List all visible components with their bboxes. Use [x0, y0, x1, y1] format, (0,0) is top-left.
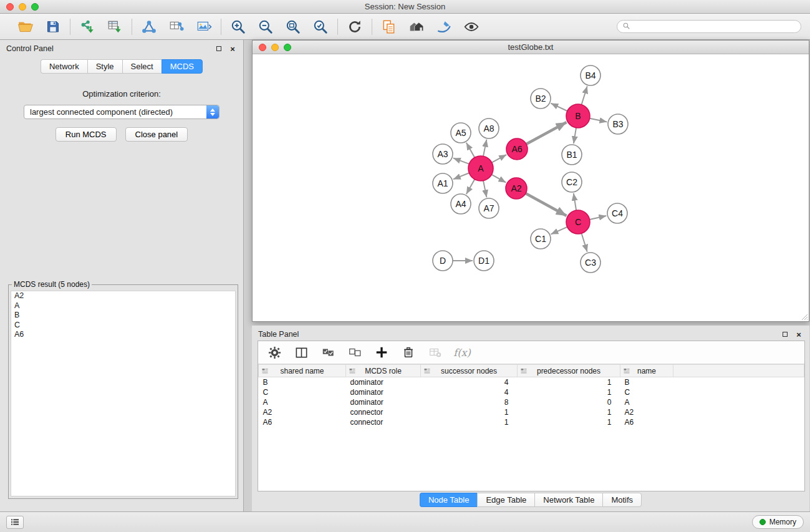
tab-network[interactable]: Network — [41, 59, 87, 74]
eye-icon[interactable] — [463, 18, 480, 36]
network-close-light-icon[interactable] — [259, 44, 266, 51]
table-cell[interactable]: 4 — [421, 387, 518, 397]
table-cell[interactable]: 8 — [421, 397, 518, 407]
tab-motifs[interactable]: Motifs — [602, 493, 642, 507]
node-B4[interactable]: B4 — [581, 65, 600, 85]
network-minimize-light-icon[interactable] — [271, 44, 279, 51]
trash-icon[interactable] — [401, 345, 416, 360]
network-canvas-svg[interactable]: B4B2BB3A5A8A6B1A3AC2A1A2A4A7C4CC1C3DD1 — [253, 54, 809, 321]
table-cell[interactable]: A6 — [620, 417, 673, 427]
node-B2[interactable]: B2 — [531, 89, 551, 109]
table-cell[interactable]: 1 — [421, 417, 518, 427]
node-C3[interactable]: C3 — [581, 253, 600, 273]
table-cell[interactable]: 4 — [421, 377, 518, 387]
open-folder-icon[interactable] — [17, 18, 34, 36]
table-row[interactable]: A6connector11A6 — [259, 417, 804, 427]
network-canvas[interactable]: B4B2BB3A5A8A6B1A3AC2A1A2A4A7C4CC1C3DD1 — [253, 54, 809, 321]
table-row[interactable]: A2connector11A2 — [259, 407, 804, 417]
zoom-selected-icon[interactable] — [312, 18, 329, 36]
table-cell[interactable]: A6 — [259, 417, 346, 427]
edge-A-A4[interactable] — [466, 179, 475, 194]
float-panel-icon[interactable] — [215, 44, 223, 53]
zoom-traffic-light-icon[interactable] — [31, 3, 39, 11]
zoom-out-icon[interactable] — [257, 18, 274, 36]
edge-A-A6[interactable] — [492, 155, 507, 163]
edge-C-C2[interactable] — [574, 193, 576, 210]
edge-C-C3[interactable] — [582, 233, 587, 252]
deselect-all-icon[interactable] — [347, 345, 362, 360]
table-cell[interactable]: 1 — [518, 377, 620, 387]
mcds-result-item[interactable]: C — [11, 321, 235, 331]
import-table-icon[interactable] — [106, 18, 123, 36]
edge-A-A2[interactable] — [491, 175, 506, 183]
network-zoom-light-icon[interactable] — [284, 44, 291, 51]
table-cell[interactable]: 1 — [421, 407, 518, 417]
save-icon[interactable] — [44, 18, 62, 36]
column-header-mcds-role[interactable]: MCDS role — [346, 365, 421, 377]
node-A6[interactable]: A6 — [506, 138, 528, 160]
edge-C-C1[interactable] — [551, 227, 567, 235]
node-A8[interactable]: A8 — [479, 118, 499, 138]
tab-node-table[interactable]: Node Table — [420, 493, 478, 507]
style-brush-icon[interactable] — [435, 18, 453, 36]
tab-mcds[interactable]: MCDS — [162, 59, 203, 74]
mcds-result-list[interactable]: A2ABCA6 — [11, 291, 236, 496]
column-header-successor-nodes[interactable]: successor nodes — [421, 365, 518, 377]
edge-A-A1[interactable] — [453, 173, 470, 179]
table-row[interactable]: Cdominator41C — [259, 387, 804, 397]
task-history-button[interactable] — [6, 516, 24, 529]
table-cell[interactable]: C — [259, 387, 346, 397]
mcds-result-item[interactable]: A — [11, 301, 235, 311]
table-cell[interactable]: connector — [346, 407, 421, 417]
add-icon[interactable] — [374, 345, 389, 360]
zoom-fit-icon[interactable] — [284, 18, 302, 36]
import-network-icon[interactable] — [79, 18, 96, 36]
edge-B-B2[interactable] — [551, 104, 567, 111]
search-field[interactable] — [617, 20, 801, 33]
tab-network-table[interactable]: Network Table — [534, 493, 602, 507]
table-cell[interactable]: A2 — [259, 407, 346, 417]
table-close-panel-icon[interactable]: × — [794, 330, 803, 339]
table-cell[interactable]: C — [620, 387, 673, 397]
home-icon[interactable] — [408, 18, 425, 36]
close-panel-icon[interactable]: × — [228, 44, 237, 53]
node-A4[interactable]: A4 — [451, 194, 471, 214]
minimize-traffic-light-icon[interactable] — [19, 3, 26, 11]
tab-edge-table[interactable]: Edge Table — [477, 493, 534, 507]
table-cell[interactable]: B — [620, 377, 673, 387]
run-mcds-button[interactable]: Run MCDS — [55, 127, 117, 142]
node-B3[interactable]: B3 — [608, 114, 628, 134]
tab-select[interactable]: Select — [122, 59, 162, 74]
column-header-shared-name[interactable]: shared name — [259, 365, 346, 377]
table-cell[interactable]: dominator — [346, 397, 421, 407]
copy-document-icon[interactable] — [380, 18, 398, 36]
search-input[interactable] — [634, 22, 796, 31]
mcds-result-item[interactable]: A6 — [11, 330, 235, 340]
edge-C-C4[interactable] — [590, 216, 607, 220]
table-row[interactable]: Bdominator41B — [259, 377, 804, 387]
column-icon[interactable] — [294, 345, 309, 360]
node-A[interactable]: A — [468, 156, 493, 181]
tab-style[interactable]: Style — [87, 59, 122, 74]
edge-A-A8[interactable] — [483, 140, 486, 157]
node-A2[interactable]: A2 — [506, 178, 527, 199]
node-C1[interactable]: C1 — [531, 229, 551, 249]
table-cell[interactable]: connector — [346, 417, 421, 427]
table-cell[interactable]: dominator — [346, 387, 421, 397]
edge-A2-C[interactable] — [526, 193, 567, 216]
table-float-panel-icon[interactable] — [781, 330, 789, 339]
node-A5[interactable]: A5 — [451, 123, 471, 143]
edge-A-A5[interactable] — [466, 143, 475, 158]
table-cell[interactable]: A2 — [620, 407, 673, 417]
column-header-name[interactable]: name — [620, 365, 673, 377]
table-cell[interactable]: B — [259, 377, 346, 387]
node-C4[interactable]: C4 — [607, 203, 627, 223]
edge-A-A7[interactable] — [483, 181, 486, 198]
node-D[interactable]: D — [433, 251, 453, 271]
table-cell[interactable]: 0 — [518, 397, 620, 407]
fx-icon[interactable]: f(x) — [455, 345, 470, 360]
node-D1[interactable]: D1 — [474, 251, 494, 271]
mcds-result-item[interactable]: A2 — [11, 291, 235, 301]
mcds-result-item[interactable]: B — [11, 311, 235, 321]
gear-icon[interactable] — [267, 345, 282, 360]
